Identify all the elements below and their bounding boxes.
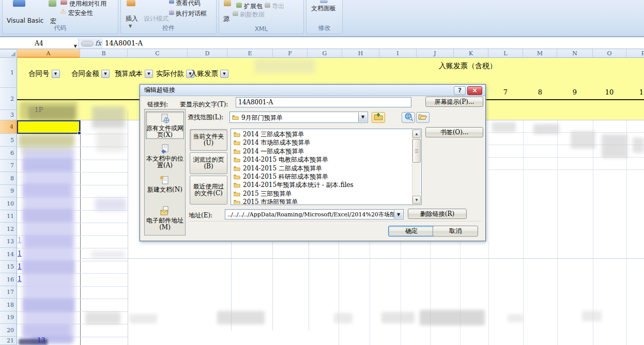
- row-header-18[interactable]: 18: [0, 299, 17, 311]
- recent-files-button[interactable]: 最近使用过的文件(C): [190, 176, 227, 205]
- remove-link-button[interactable]: 删除链接(R): [408, 209, 467, 219]
- filter-dropdown-button[interactable]: ▼: [52, 70, 60, 78]
- row-header-17[interactable]: 17: [0, 286, 17, 299]
- address-combobox[interactable]: ../../../../AppData/Roaming/Microsoft/Ex…: [225, 209, 404, 219]
- cancel-button[interactable]: 取消: [433, 226, 478, 237]
- export-button[interactable]: 导出: [272, 2, 284, 11]
- column-header-C[interactable]: C: [128, 49, 188, 58]
- browse-web-button[interactable]: [402, 112, 415, 123]
- dialog-close-button[interactable]: ×: [467, 86, 482, 95]
- hyperlink-cell-A15[interactable]: 1: [18, 263, 22, 270]
- current-folder-button[interactable]: 当前文件夹(U): [190, 129, 227, 151]
- fill-handle[interactable]: [78, 131, 81, 135]
- row-header-12[interactable]: 12: [0, 223, 17, 236]
- row-header-8[interactable]: 8: [0, 172, 17, 185]
- column-header-K[interactable]: K: [454, 49, 488, 58]
- row-header-6[interactable]: 6: [0, 147, 17, 160]
- selected-cell-A4[interactable]: [17, 120, 80, 134]
- look-in-combobox[interactable]: 9月部门预算单 ▼: [229, 112, 368, 123]
- column-header-B[interactable]: B: [80, 49, 128, 58]
- row-header-5[interactable]: 5: [0, 134, 17, 147]
- formula-input[interactable]: 14A8001-A: [103, 38, 644, 49]
- file-list-scrollbar[interactable]: ▲ ▼: [412, 130, 421, 204]
- name-box[interactable]: A4 ▼: [0, 38, 79, 49]
- scroll-down-button[interactable]: ▼: [412, 196, 421, 204]
- filter-dropdown-button[interactable]: ▼: [220, 70, 228, 78]
- dialog-help-button[interactable]: ?: [454, 86, 466, 95]
- xml-source-button[interactable]: 源: [223, 14, 229, 23]
- row-header-4[interactable]: 4: [0, 120, 17, 134]
- cell-text-A21[interactable]: 13: [37, 337, 45, 344]
- bookmark-button[interactable]: 书签(O)...: [425, 127, 483, 137]
- use-relative-references-button[interactable]: 使用相对引用: [69, 0, 106, 8]
- row-header-20[interactable]: 20: [0, 324, 17, 337]
- macro-security-button[interactable]: 宏安全性: [68, 9, 93, 18]
- filter-dropdown-button[interactable]: ▼: [145, 70, 153, 78]
- dialog-titlebar[interactable]: 编辑超链接: [140, 85, 485, 96]
- column-header-O[interactable]: O: [593, 49, 626, 58]
- column-header-H[interactable]: H: [342, 49, 379, 58]
- file-list-item[interactable]: 2014-2015年预算成本统计 - 副本.files: [232, 181, 411, 189]
- column-header-P[interactable]: P: [626, 49, 644, 58]
- expansion-packs-button[interactable]: 扩展包: [244, 2, 263, 11]
- sidebar-email-address-button[interactable]: 电子邮件地址(M): [146, 205, 184, 233]
- row-header-7[interactable]: 7: [0, 160, 17, 172]
- row-header-2[interactable]: 2: [0, 88, 17, 110]
- screen-tip-button[interactable]: 屏幕提示(P)...: [425, 97, 483, 107]
- hyperlink-cell-A16[interactable]: 1: [18, 275, 22, 283]
- hyperlink-cell-A14[interactable]: 1: [18, 250, 22, 257]
- row-header-1[interactable]: 1: [0, 58, 17, 88]
- refresh-data-button[interactable]: 刷新数据: [240, 10, 265, 19]
- row-header-21[interactable]: 21: [0, 337, 17, 345]
- row-header-10[interactable]: 10: [0, 197, 17, 210]
- view-code-button[interactable]: 查看代码: [176, 0, 201, 8]
- row-header-9[interactable]: 9: [0, 185, 17, 197]
- column-header-I[interactable]: I: [379, 49, 417, 58]
- column-header-N[interactable]: N: [557, 49, 593, 58]
- address-dropdown-arrow[interactable]: ▼: [394, 210, 403, 218]
- insert-control-button[interactable]: 插入: [126, 14, 138, 23]
- file-list-item[interactable]: 2014-2015 电教部成本预算单: [232, 155, 411, 164]
- file-list-item[interactable]: 2014-2015 二部成本预算单: [232, 164, 411, 173]
- sidebar-create-new-document-button[interactable]: 新建文档(N): [146, 174, 184, 200]
- row-header-13[interactable]: 13: [0, 236, 17, 248]
- browsed-pages-button[interactable]: 浏览过的页(B): [190, 152, 227, 174]
- file-list-item[interactable]: 2014 市场部成本预算单: [232, 138, 411, 147]
- file-list-item[interactable]: 2014-2015 科研部成本预算单: [232, 173, 411, 181]
- document-panel-button[interactable]: 文档面板: [311, 4, 336, 13]
- column-header-A[interactable]: A: [17, 49, 80, 58]
- scroll-up-button[interactable]: ▲: [412, 130, 421, 138]
- file-list-item[interactable]: 2015 三部预算单: [232, 190, 411, 198]
- look-in-dropdown-arrow[interactable]: ▼: [358, 113, 367, 122]
- row-header-15[interactable]: 15: [0, 261, 17, 273]
- column-header-L[interactable]: L: [488, 49, 523, 58]
- column-header-E[interactable]: E: [227, 49, 273, 58]
- display-text-input[interactable]: 14A8001-A: [236, 97, 411, 107]
- row-header-11[interactable]: 11: [0, 210, 17, 223]
- hyperlink-cell-A13[interactable]: 1: [18, 237, 22, 244]
- name-box-divider[interactable]: [81, 41, 94, 46]
- column-header-F[interactable]: F: [273, 49, 308, 58]
- insert-function-icon[interactable]: fx: [95, 39, 101, 47]
- visual-basic-button[interactable]: Visual Basic: [7, 17, 43, 24]
- file-list-item[interactable]: 2014 三部成本预算单: [232, 130, 411, 138]
- filter-dropdown-button[interactable]: ▼: [101, 70, 110, 78]
- column-header-M[interactable]: M: [523, 49, 557, 58]
- column-header-J[interactable]: J: [417, 49, 454, 58]
- ok-button[interactable]: 确定: [388, 226, 435, 237]
- sidebar-existing-file-button[interactable]: 原有文件或网页(X): [146, 112, 184, 139]
- row-header-3[interactable]: 3: [0, 110, 17, 120]
- select-all-corner[interactable]: [0, 49, 17, 58]
- file-list-item[interactable]: 2015 市场部预算单: [232, 198, 411, 204]
- row-header-14[interactable]: 14: [0, 248, 17, 261]
- open-folder-button[interactable]: [416, 112, 430, 123]
- sidebar-place-in-document-button[interactable]: 本文档中的位置(A): [146, 143, 184, 169]
- row-header-16[interactable]: 16: [0, 273, 17, 286]
- file-list-item[interactable]: 2014 一部成本预算单: [232, 147, 411, 155]
- column-header-D[interactable]: D: [188, 49, 227, 58]
- design-mode-button[interactable]: 设计模式: [144, 14, 168, 23]
- up-one-folder-button[interactable]: [372, 112, 385, 123]
- row-header-19[interactable]: 19: [0, 311, 17, 324]
- run-dialog-button[interactable]: 执行对话框: [176, 9, 207, 18]
- scrollbar-thumb[interactable]: [412, 139, 421, 163]
